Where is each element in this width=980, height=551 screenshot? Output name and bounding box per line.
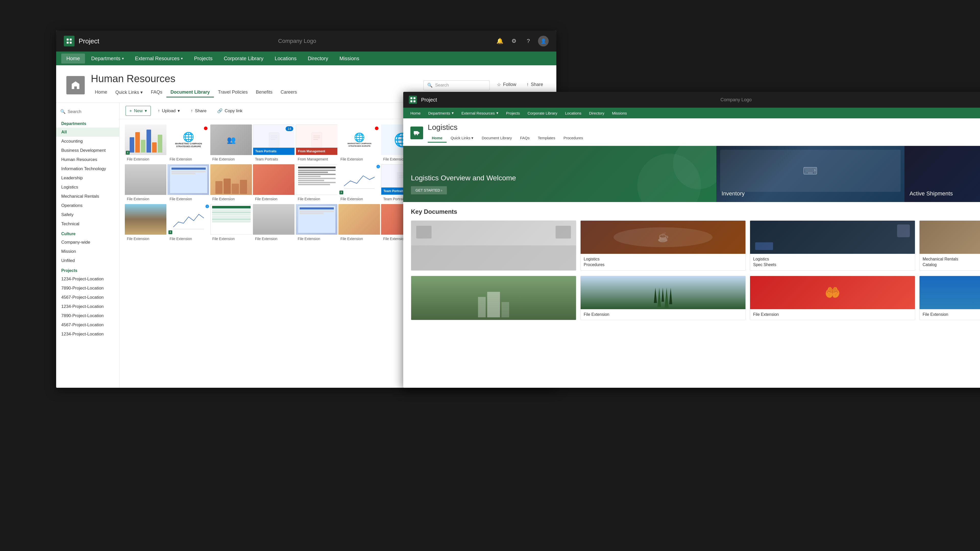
sidebar-item-business-dev[interactable]: Business Development bbox=[56, 146, 119, 155]
sidebar-item-mission[interactable]: Mission bbox=[56, 247, 119, 256]
doc-card-field2[interactable]: File Extension bbox=[124, 204, 167, 243]
logistics-nav-departments[interactable]: Departments ▾ bbox=[425, 109, 457, 117]
upload-btn[interactable]: ↑ Upload ▾ bbox=[154, 106, 184, 116]
site-nav-careers[interactable]: Careers bbox=[277, 88, 301, 97]
upload-label: Upload bbox=[162, 108, 176, 114]
site-nav-travel-policies[interactable]: Travel Policies bbox=[214, 88, 251, 97]
new-btn[interactable]: + New ▾ bbox=[126, 106, 151, 116]
nav-directory[interactable]: Directory bbox=[303, 54, 333, 64]
sidebar-item-leadership[interactable]: Leadership bbox=[56, 173, 119, 183]
doc-card-management[interactable]: From Management From Management bbox=[296, 124, 338, 164]
sidebar-item-human-resources[interactable]: Human Resources bbox=[56, 155, 119, 164]
doc-card-ppt2[interactable]: File Extension bbox=[296, 204, 338, 243]
sidebar-item-mechanical-rentals[interactable]: Mechanical Rentals bbox=[56, 192, 119, 201]
share-toolbar-btn[interactable]: ↑ Share bbox=[187, 106, 210, 116]
help-icon[interactable]: ? bbox=[524, 37, 533, 46]
doc-thumb-marketing2: 🌐 MARKETING CAMPAIGNSTRATEGIES EUROPE bbox=[339, 124, 380, 155]
sidebar-item-proj-3[interactable]: 4567-Project-Location bbox=[56, 293, 119, 302]
nav-external-resources[interactable]: External Resources ▾ bbox=[130, 54, 188, 64]
copy-link-btn[interactable]: 🔗 Copy link bbox=[213, 106, 246, 116]
sidebar-item-accounting[interactable]: Accounting bbox=[56, 137, 119, 146]
logistics-site-nav-doc-lib[interactable]: Document Library bbox=[477, 134, 516, 143]
nav-projects[interactable]: Projects bbox=[189, 54, 218, 64]
doc-card-orange2[interactable]: File Extension bbox=[253, 164, 295, 203]
doc-card-chart[interactable]: X File Extension bbox=[124, 124, 167, 164]
key-doc-forest[interactable]: File Extension bbox=[580, 276, 746, 320]
site-nav-document-library[interactable]: Document Library bbox=[166, 88, 214, 97]
logistics-nav-locations[interactable]: Locations bbox=[562, 110, 585, 117]
sidebar-item-proj-5[interactable]: 7890-Project-Location bbox=[56, 311, 119, 321]
logistics-site-nav-home[interactable]: Home bbox=[428, 134, 447, 143]
key-doc-hand[interactable]: 🤲 File Extension bbox=[750, 276, 915, 320]
key-doc-sky[interactable]: 🌊 File Extension bbox=[919, 276, 980, 320]
doc-card-text[interactable]: File Extension bbox=[296, 164, 338, 203]
sidebar-item-company-wide[interactable]: Company-wide bbox=[56, 238, 119, 247]
doc-card-marketing2[interactable]: 🌐 MARKETING CAMPAIGNSTRATEGIES EUROPE Fi… bbox=[338, 124, 380, 164]
doc-card-graph[interactable]: i X File Extension bbox=[338, 164, 380, 203]
settings-icon[interactable]: ⚙ bbox=[509, 37, 519, 46]
follow-btn[interactable]: ☆ Follow bbox=[494, 80, 519, 89]
user-avatar[interactable]: 👤 bbox=[538, 36, 549, 46]
logistics-nav-directory[interactable]: Directory bbox=[585, 110, 608, 117]
sidebar-item-info-tech[interactable]: Information Technology bbox=[56, 164, 119, 173]
sidebar-item-technical[interactable]: Technical bbox=[56, 219, 119, 229]
logistics-site-nav-procedures[interactable]: Procedures bbox=[559, 134, 587, 143]
doc-card-grey[interactable]: File Extension bbox=[124, 164, 167, 203]
hr-search-box[interactable]: 🔍 Search bbox=[423, 80, 490, 90]
doc-card-data2[interactable]: i X File Extension bbox=[167, 204, 209, 243]
nav-missions[interactable]: Missions bbox=[334, 54, 364, 64]
logistics-nav-projects[interactable]: Projects bbox=[503, 110, 523, 117]
sidebar-item-all[interactable]: All bbox=[56, 127, 119, 137]
sidebar-item-proj-4[interactable]: 1234-Project-Location bbox=[56, 302, 119, 311]
key-doc-logistics-procedures[interactable]: ☕ LogisticsProcedures bbox=[580, 221, 746, 271]
sidebar-item-logistics[interactable]: Logistics bbox=[56, 183, 119, 192]
logistics-get-started[interactable]: GET STARTED › bbox=[411, 186, 447, 194]
doc-card-ss2[interactable]: File Extension bbox=[210, 204, 252, 243]
sidebar-item-unfiled[interactable]: Unfiled bbox=[56, 256, 119, 265]
sidebar-item-proj-7[interactable]: 1234-Project-Location bbox=[56, 330, 119, 339]
logistics-site-nav-templates[interactable]: Templates bbox=[534, 134, 559, 143]
logistics-nav-corp-lib[interactable]: Corporate Library bbox=[524, 110, 561, 117]
sidebar-item-proj-6[interactable]: 4567-Project-Location bbox=[56, 321, 119, 330]
logistics-nav-missions[interactable]: Missions bbox=[608, 110, 630, 117]
key-doc-logistics-spec[interactable]: LogisticsSpec Sheets bbox=[750, 221, 915, 271]
nav-locations[interactable]: Locations bbox=[269, 54, 302, 64]
new-icon: + bbox=[129, 108, 132, 114]
sidebar-item-proj-2[interactable]: 7890-Project-Location bbox=[56, 284, 119, 293]
sidebar-item-safety[interactable]: Safety bbox=[56, 210, 119, 219]
logistics-hero-inventory[interactable]: ⌨ Inventory bbox=[716, 146, 904, 202]
nav-home[interactable]: Home bbox=[61, 54, 85, 64]
logistics-hero-shipments[interactable]: 🦴 Active Shipments bbox=[904, 146, 980, 202]
logistics-nav-home[interactable]: Home bbox=[407, 110, 424, 117]
sidebar-item-operations[interactable]: Operations bbox=[56, 201, 119, 210]
logistics-site-nav-quick-links[interactable]: Quick Links ▾ bbox=[447, 134, 478, 143]
nav-corporate-library[interactable]: Corporate Library bbox=[219, 54, 269, 64]
site-nav-quick-links[interactable]: Quick Links ▾ bbox=[111, 88, 147, 97]
key-doc-mechanical-catalog[interactable]: Mechanical RentalsCatalog bbox=[919, 221, 980, 271]
key-doc-info-hand: File Extension bbox=[750, 309, 915, 320]
logistics-grid-icon[interactable] bbox=[409, 96, 417, 104]
sidebar-search[interactable]: 🔍 Search bbox=[56, 107, 119, 118]
site-nav-home[interactable]: Home bbox=[91, 88, 111, 97]
key-doc-label-sky: File Extension bbox=[923, 312, 980, 318]
logistics-nav-external[interactable]: External Resources ▾ bbox=[458, 109, 502, 117]
app-grid-icon[interactable] bbox=[64, 36, 75, 46]
logistics-site-nav-faqs[interactable]: FAQs bbox=[516, 134, 534, 143]
site-nav-faqs[interactable]: FAQs bbox=[147, 88, 166, 97]
doc-label-marketing2: File Extension bbox=[340, 157, 378, 161]
share-btn[interactable]: ↑ Share bbox=[523, 80, 546, 89]
doc-card-marketing[interactable]: 🌐 MARKETING CAMPAIGNSTRATEGIES EUROPE Fi… bbox=[167, 124, 209, 164]
doc-card-orange3[interactable]: File Extension bbox=[338, 204, 380, 243]
site-nav-benefits[interactable]: Benefits bbox=[251, 88, 277, 97]
doc-card-ppt[interactable]: File Extension bbox=[167, 164, 209, 203]
key-doc-logistics-guide[interactable]: LogisticsGuide for Shipping bbox=[411, 221, 576, 271]
doc-card-orange1[interactable]: File Extension bbox=[210, 164, 252, 203]
doc-card-grey2[interactable]: File Extension bbox=[253, 204, 295, 243]
doc-card-team-portraits[interactable]: Team Portraits 14 Team Portraits bbox=[253, 124, 295, 164]
nav-departments[interactable]: Departments ▾ bbox=[86, 54, 129, 64]
key-doc-building[interactable]: File Extension bbox=[411, 276, 576, 320]
notification-icon[interactable]: 🔔 bbox=[495, 37, 504, 46]
sidebar-item-proj-1[interactable]: 1234-Project-Location bbox=[56, 275, 119, 284]
doc-card-photo[interactable]: 👥 File Extension bbox=[210, 124, 252, 164]
key-doc-thumb-sky: 🌊 bbox=[920, 276, 980, 309]
